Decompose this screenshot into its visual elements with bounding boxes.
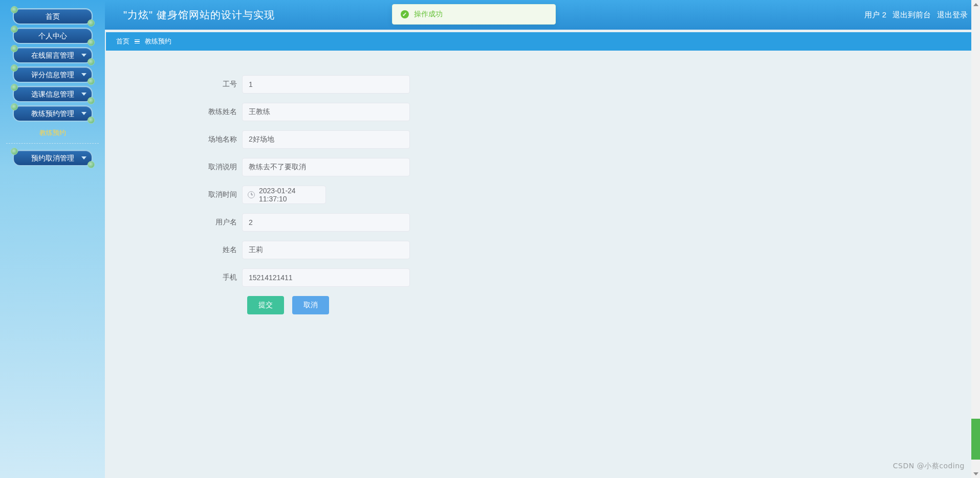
nav-label: 教练预约管理: [31, 109, 74, 118]
nav-ornament-icon: [11, 148, 18, 155]
nav-ornament-icon: [88, 161, 95, 168]
nav-label: 在线留言管理: [31, 51, 74, 59]
nav-sub-label: 教练预约: [39, 129, 66, 136]
input-real-name: [242, 241, 410, 259]
breadcrumb-home[interactable]: 首页: [116, 37, 129, 46]
label-username: 用户名: [130, 218, 242, 227]
label-cancel-note: 取消说明: [130, 163, 242, 172]
nav-home[interactable]: 首页: [13, 8, 93, 25]
exit-front-link[interactable]: 退出到前台: [892, 10, 931, 20]
nav-ornament-icon: [11, 45, 18, 52]
input-cancel-time: 2023-01-24 11:37:10: [242, 186, 326, 204]
nav-ornament-icon: [11, 64, 18, 72]
window-scrollbar[interactable]: [971, 0, 980, 478]
field-phone: 手机: [130, 268, 980, 287]
label-coach-name: 教练姓名: [130, 107, 242, 117]
app-title: "力炫" 健身馆网站的设计与实现: [123, 8, 275, 22]
field-username: 用户名: [130, 213, 980, 232]
nav-label: 评分信息管理: [31, 71, 74, 79]
field-cancel-time: 取消时间 2023-01-24 11:37:10: [130, 186, 980, 204]
field-cancel-note: 取消说明: [130, 158, 980, 176]
input-cancel-note: [242, 158, 410, 176]
check-circle-icon: ✓: [401, 10, 409, 18]
field-job-no: 工号: [130, 75, 980, 94]
label-phone: 手机: [130, 273, 242, 282]
nav-ornament-icon: [88, 78, 95, 85]
field-coach-name: 教练姓名: [130, 103, 980, 121]
cancel-time-value: 2023-01-24 11:37:10: [259, 187, 320, 203]
scroll-thumb[interactable]: [971, 419, 980, 460]
menu-icon: [135, 39, 140, 44]
user-label[interactable]: 用户 2: [864, 10, 886, 20]
success-toast: ✓ 操作成功: [392, 4, 556, 25]
form-actions: 提交 取消: [247, 296, 980, 314]
label-job-no: 工号: [130, 80, 242, 89]
nav-course-mgmt[interactable]: 选课信息管理: [13, 86, 93, 102]
field-real-name: 姓名: [130, 241, 980, 259]
scroll-up-arrow-icon[interactable]: [971, 0, 980, 9]
breadcrumb: 首页 教练预约: [106, 32, 980, 51]
nav-label: 选课信息管理: [31, 90, 74, 98]
breadcrumb-current: 教练预约: [145, 37, 171, 46]
input-phone: [242, 268, 410, 287]
scroll-down-arrow-icon[interactable]: [971, 469, 980, 478]
clock-icon: [248, 191, 255, 198]
logout-link[interactable]: 退出登录: [937, 10, 968, 20]
nav-profile[interactable]: 个人中心: [13, 28, 93, 44]
nav-ornament-icon: [88, 117, 95, 124]
nav-divider: [6, 143, 99, 144]
label-real-name: 姓名: [130, 245, 242, 255]
input-username: [242, 213, 410, 232]
label-venue-name: 场地名称: [130, 135, 242, 144]
nav-message-mgmt[interactable]: 在线留言管理: [13, 47, 93, 63]
nav-rating-mgmt[interactable]: 评分信息管理: [13, 66, 93, 83]
main-content: 工号 教练姓名 场地名称 取消说明 取消时间 2023-01-24 11:37:…: [106, 51, 980, 478]
input-coach-name: [242, 103, 410, 121]
nav-label: 个人中心: [38, 32, 67, 40]
cancel-button[interactable]: 取消: [292, 296, 329, 314]
nav-ornament-icon: [88, 39, 95, 46]
submit-button[interactable]: 提交: [247, 296, 284, 314]
input-venue-name: [242, 130, 410, 149]
nav-ornament-icon: [11, 6, 18, 13]
nav-ornament-icon: [88, 97, 95, 104]
nav-label: 首页: [46, 12, 60, 20]
nav-ornament-icon: [88, 58, 95, 65]
nav-ornament-icon: [11, 26, 18, 33]
input-job-no: [242, 75, 410, 94]
field-venue-name: 场地名称: [130, 130, 980, 149]
nav-ornament-icon: [11, 84, 18, 91]
nav-sub-coach-booking[interactable]: 教练预约: [0, 125, 105, 141]
toast-message: 操作成功: [414, 10, 443, 19]
sidebar: 首页 个人中心 在线留言管理 评分信息管理 选课信息管理 教练预约管理 教练预约…: [0, 0, 105, 478]
nav-coach-booking-mgmt[interactable]: 教练预约管理: [13, 105, 93, 122]
nav-ornament-icon: [88, 19, 95, 27]
nav-booking-cancel-mgmt[interactable]: 预约取消管理: [13, 150, 93, 166]
header-right: 用户 2 退出到前台 退出登录: [864, 0, 968, 30]
nav-ornament-icon: [11, 103, 18, 110]
booking-form: 工号 教练姓名 场地名称 取消说明 取消时间 2023-01-24 11:37:…: [106, 51, 980, 314]
label-cancel-time: 取消时间: [130, 190, 242, 199]
nav-label: 预约取消管理: [31, 154, 74, 162]
watermark: CSDN @小蔡coding: [893, 462, 965, 471]
